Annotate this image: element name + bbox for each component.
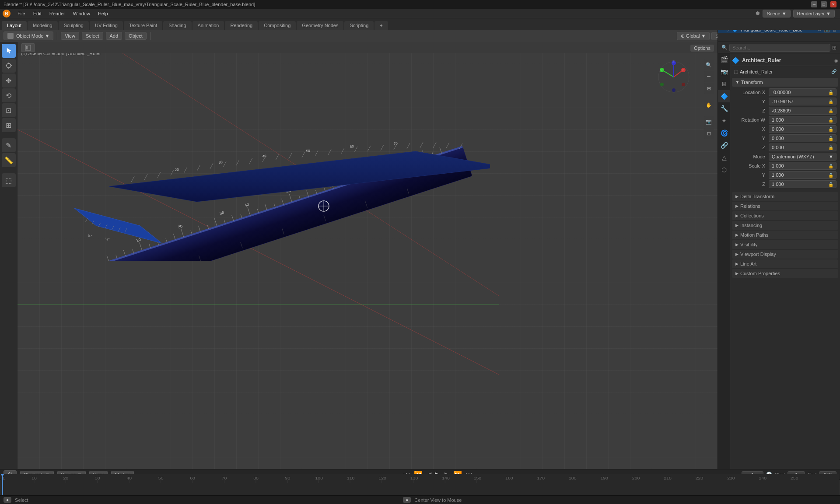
add-menu[interactable]: Add xyxy=(106,32,122,40)
minimize-button[interactable]: ─ xyxy=(811,1,817,7)
delta-transform-label: Delta Transform xyxy=(740,194,774,199)
rotation-y-field[interactable]: 0.000 🔒 xyxy=(769,134,836,142)
tool-select[interactable] xyxy=(2,44,16,58)
zoom-out-btn[interactable]: − xyxy=(704,71,714,82)
rotation-z-field[interactable]: 0.000 🔒 xyxy=(769,144,836,151)
tab-uv-editing[interactable]: UV Editing xyxy=(90,21,123,30)
maximize-button[interactable]: □ xyxy=(821,1,827,7)
view-menu[interactable]: View xyxy=(61,32,79,40)
svg-text:20: 20 xyxy=(63,476,69,480)
properties-search[interactable] xyxy=(729,44,830,52)
prop-tab-data[interactable]: △ xyxy=(718,151,730,164)
prop-tab-physics[interactable]: 🌀 xyxy=(718,127,730,139)
lock-loc-x[interactable]: 🔒 xyxy=(828,90,833,95)
tab-sculpting[interactable]: Sculpting xyxy=(59,21,89,30)
location-x-field[interactable]: -0.00000 🔒 xyxy=(769,88,836,96)
prop-tab-particles[interactable]: ✦ xyxy=(718,115,730,127)
lock-loc-z[interactable]: 🔒 xyxy=(828,108,833,113)
scale-z-field[interactable]: 1.000 🔒 xyxy=(769,180,836,188)
relations-section[interactable]: ▶ Relations xyxy=(732,202,838,210)
tool-cursor[interactable] xyxy=(2,59,16,73)
tool-measure[interactable]: 📏 xyxy=(2,153,16,167)
line-art-section[interactable]: ▶ Line Art xyxy=(732,259,838,268)
tab-animation[interactable]: Animation xyxy=(192,21,224,30)
svg-text:50: 50 xyxy=(158,476,164,480)
scale-y-field[interactable]: 1.000 🔒 xyxy=(769,171,836,179)
tool-transform[interactable]: ⊞ xyxy=(2,118,16,132)
svg-text:10: 10 xyxy=(32,476,37,480)
location-y-field[interactable]: -10.99157 🔒 xyxy=(769,98,836,105)
menu-render[interactable]: Render xyxy=(46,10,69,17)
prop-tab-modifier[interactable]: 🔧 xyxy=(718,102,730,115)
lock-rot-y[interactable]: 🔒 xyxy=(828,136,833,141)
menu-edit[interactable]: Edit xyxy=(30,10,45,17)
lock-loc-y[interactable]: 🔒 xyxy=(828,99,833,104)
scene-selector[interactable]: Scene ▼ xyxy=(763,10,790,18)
transform-selector[interactable]: ⊕Global▼ xyxy=(677,32,710,40)
zoom-in-btn[interactable]: 🔍 xyxy=(704,60,714,70)
tab-add[interactable]: + xyxy=(374,21,388,30)
viewport-options-btn[interactable]: Options xyxy=(690,45,714,52)
rotation-w-field[interactable]: 1.000 🔒 xyxy=(769,116,836,124)
svg-line-119 xyxy=(663,70,674,77)
tab-texture-paint[interactable]: Texture Paint xyxy=(124,21,162,30)
zoom-region-btn[interactable]: ⊞ xyxy=(704,83,714,94)
menu-file[interactable]: File xyxy=(14,10,29,17)
tab-geometry-nodes[interactable]: Geometry Nodes xyxy=(297,21,343,30)
visibility-label: Visibility xyxy=(740,242,758,247)
menu-window[interactable]: Window xyxy=(70,10,94,17)
delta-transform-section[interactable]: ▶ Delta Transform xyxy=(732,192,838,201)
lock-rot-w[interactable]: 🔒 xyxy=(828,118,833,122)
relations-label: Relations xyxy=(740,203,760,209)
tab-rendering[interactable]: Rendering xyxy=(225,21,258,30)
camera-view-btn[interactable]: 📷 xyxy=(704,116,714,127)
tool-add-cube[interactable]: ⬚ xyxy=(2,173,16,187)
tool-annotate[interactable]: ✎ xyxy=(2,138,16,152)
pan-btn[interactable]: ✋ xyxy=(704,100,714,110)
tab-modeling[interactable]: Modeling xyxy=(28,21,58,30)
object-menu[interactable]: Object xyxy=(125,32,147,40)
transform-section-header[interactable]: ▼ Transform xyxy=(732,78,838,87)
collections-section[interactable]: ▶ Collections xyxy=(732,211,838,220)
prop-tab-material[interactable]: ⬡ xyxy=(718,164,730,176)
lock-rot-x[interactable]: 🔒 xyxy=(828,127,833,132)
tab-scripting[interactable]: Scripting xyxy=(344,21,374,30)
lock-scale-x[interactable]: 🔒 xyxy=(828,164,833,168)
object-mode-selector[interactable]: Object Mode ▼ xyxy=(4,32,53,40)
close-button[interactable]: ✕ xyxy=(830,1,836,7)
render-region-btn[interactable]: ⊡ xyxy=(704,128,714,139)
instancing-section[interactable]: ▶ Instancing xyxy=(732,221,838,230)
prop-tab-object[interactable]: 🔷 xyxy=(718,90,730,102)
motion-paths-section[interactable]: ▶ Motion Paths xyxy=(732,231,838,239)
properties-filter-icon[interactable]: ⊞ xyxy=(832,45,836,51)
viewport-3d[interactable]: User Perspective (1) Scene Collection | … xyxy=(18,42,718,469)
rotation-mode-selector[interactable]: Quaternion (WXYZ) ▼ xyxy=(769,153,836,161)
lock-scale-z[interactable]: 🔒 xyxy=(828,182,833,187)
prop-tab-scene[interactable]: 🎬 xyxy=(718,53,730,66)
menu-help[interactable]: Help xyxy=(94,10,112,17)
scale-x-field[interactable]: 1.000 🔒 xyxy=(769,162,836,170)
tool-rotate[interactable]: ⟲ xyxy=(2,88,16,102)
status-select-hint: Select xyxy=(15,497,28,503)
tool-scale[interactable]: ⊡ xyxy=(2,103,16,117)
tab-compositing[interactable]: Compositing xyxy=(259,21,296,30)
viewport-display-section[interactable]: ▶ Viewport Display xyxy=(732,250,838,259)
lock-rot-z[interactable]: 🔒 xyxy=(828,145,833,150)
svg-text:180: 180 xyxy=(569,476,577,480)
visibility-section[interactable]: ▶ Visibility xyxy=(732,240,838,249)
status-mode-badge: ● xyxy=(4,497,11,503)
location-z-field[interactable]: -0.28609 🔒 xyxy=(769,107,836,115)
prop-tab-render[interactable]: 📷 xyxy=(718,66,730,78)
prop-tab-constraints[interactable]: 🔗 xyxy=(718,139,730,151)
lock-scale-y[interactable]: 🔒 xyxy=(828,173,833,178)
rotation-x-field[interactable]: 0.000 🔒 xyxy=(769,125,836,133)
select-menu[interactable]: Select xyxy=(82,32,103,40)
editor-type-btn[interactable] xyxy=(21,43,35,52)
tab-layout[interactable]: Layout xyxy=(2,21,27,30)
render-layer-selector[interactable]: RenderLayer ▼ xyxy=(793,10,835,18)
prop-tab-output[interactable]: 🖥 xyxy=(718,78,730,90)
tab-shading[interactable]: Shading xyxy=(163,21,191,30)
navigation-gizmo[interactable]: X Y Z xyxy=(656,60,691,94)
tool-move[interactable]: ✥ xyxy=(2,74,16,88)
custom-properties-section[interactable]: ▶ Custom Properties xyxy=(732,269,838,278)
